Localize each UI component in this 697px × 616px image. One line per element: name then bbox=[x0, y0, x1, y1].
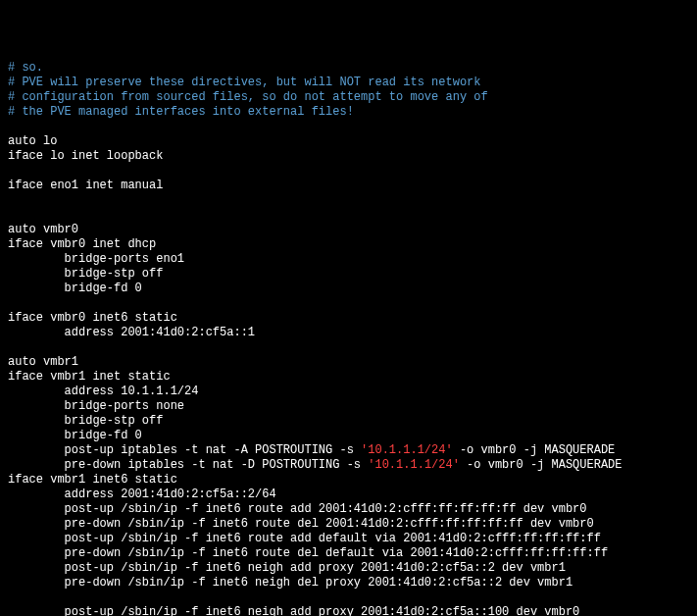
code-text: iface vmbr0 inet dhcp bbox=[8, 237, 156, 251]
editor-line: iface vmbr0 inet6 static bbox=[8, 311, 689, 326]
code-text bbox=[8, 164, 15, 178]
editor-line: iface lo inet loopback bbox=[8, 149, 689, 164]
editor-line bbox=[8, 193, 689, 208]
code-text: address 2001:41d0:2:cf5a::1 bbox=[8, 326, 255, 339]
code-text: address 10.1.1.1/24 bbox=[8, 385, 198, 398]
code-text: iface eno1 inet manual bbox=[8, 179, 163, 192]
editor-line: address 2001:41d0:2:cf5a::2/64 bbox=[8, 488, 689, 502]
code-text: iface vmbr1 inet6 static bbox=[8, 473, 177, 487]
editor-line: auto vmbr0 bbox=[8, 223, 689, 237]
editor-line: pre-down iptables -t nat -D POSTROUTING … bbox=[8, 458, 689, 473]
editor-line bbox=[8, 590, 689, 605]
editor-line: address 2001:41d0:2:cf5a::1 bbox=[8, 326, 689, 340]
code-text: post-up iptables -t nat -A POSTROUTING -… bbox=[8, 443, 361, 457]
code-text: bridge-ports none bbox=[8, 399, 184, 413]
editor-line: # the PVE managed interfaces into extern… bbox=[8, 105, 689, 120]
editor-line: # configuration from sourced files, so d… bbox=[8, 90, 689, 105]
editor-line: bridge-fd 0 bbox=[8, 429, 689, 443]
code-text: -o vmbr0 -j MASQUERADE bbox=[453, 443, 616, 457]
editor-line: bridge-ports none bbox=[8, 399, 689, 414]
editor-line: post-up /sbin/ip -f inet6 route add 2001… bbox=[8, 502, 689, 517]
comment-text: # PVE will preserve these directives, bu… bbox=[8, 76, 480, 89]
editor-line bbox=[8, 296, 689, 311]
code-text bbox=[8, 120, 15, 133]
comment-text: # configuration from sourced files, so d… bbox=[8, 90, 488, 104]
editor-line: iface vmbr1 inet static bbox=[8, 370, 689, 385]
editor-line: post-up /sbin/ip -f inet6 neigh add prox… bbox=[8, 561, 689, 576]
editor-line: post-up iptables -t nat -A POSTROUTING -… bbox=[8, 443, 689, 458]
code-text bbox=[8, 590, 15, 604]
code-text: auto vmbr0 bbox=[8, 223, 78, 236]
code-text: bridge-ports eno1 bbox=[8, 252, 184, 266]
code-text: pre-down /sbin/ip -f inet6 route del def… bbox=[8, 546, 608, 560]
editor-line: post-up /sbin/ip -f inet6 route add defa… bbox=[8, 532, 689, 546]
text-editor-viewport[interactable]: # so.# PVE will preserve these directive… bbox=[0, 59, 697, 616]
code-text: auto vmbr1 bbox=[8, 355, 78, 369]
editor-line: bridge-stp off bbox=[8, 414, 689, 429]
editor-line bbox=[8, 208, 689, 223]
editor-line: iface vmbr0 inet dhcp bbox=[8, 237, 689, 252]
editor-line bbox=[8, 164, 689, 179]
editor-line bbox=[8, 340, 689, 355]
editor-line: bridge-ports eno1 bbox=[8, 252, 689, 267]
comment-text: # so. bbox=[8, 61, 43, 75]
editor-line: iface vmbr1 inet6 static bbox=[8, 473, 689, 488]
code-text bbox=[8, 193, 15, 207]
editor-line: auto lo bbox=[8, 134, 689, 149]
code-text: pre-down iptables -t nat -D POSTROUTING … bbox=[8, 458, 368, 472]
code-text: post-up /sbin/ip -f inet6 route add defa… bbox=[8, 532, 601, 545]
editor-line: address 10.1.1.1/24 bbox=[8, 385, 689, 399]
editor-line: # PVE will preserve these directives, bu… bbox=[8, 76, 689, 90]
code-text: post-up /sbin/ip -f inet6 neigh add prox… bbox=[8, 561, 566, 575]
editor-line: iface eno1 inet manual bbox=[8, 179, 689, 193]
editor-line: bridge-fd 0 bbox=[8, 282, 689, 296]
code-text: post-up /sbin/ip -f inet6 route add 2001… bbox=[8, 502, 587, 516]
code-text: address 2001:41d0:2:cf5a::2/64 bbox=[8, 488, 276, 501]
code-text: iface vmbr1 inet static bbox=[8, 370, 171, 384]
editor-line: pre-down /sbin/ip -f inet6 route del def… bbox=[8, 546, 689, 561]
code-text: iface lo inet loopback bbox=[8, 149, 163, 163]
editor-line: pre-down /sbin/ip -f inet6 neigh del pro… bbox=[8, 576, 689, 590]
code-text: bridge-fd 0 bbox=[8, 429, 142, 442]
string-literal: '10.1.1.1/24' bbox=[368, 458, 460, 472]
editor-line: pre-down /sbin/ip -f inet6 route del 200… bbox=[8, 517, 689, 532]
editor-line: post-up /sbin/ip -f inet6 neigh add prox… bbox=[8, 605, 689, 616]
editor-line: # so. bbox=[8, 61, 689, 76]
editor-line: bridge-stp off bbox=[8, 267, 689, 282]
code-text: bridge-stp off bbox=[8, 414, 163, 428]
editor-line bbox=[8, 120, 689, 134]
code-text: -o vmbr0 -j MASQUERADE bbox=[460, 458, 622, 472]
code-text: bridge-fd 0 bbox=[8, 282, 142, 295]
code-text: pre-down /sbin/ip -f inet6 route del 200… bbox=[8, 517, 594, 531]
code-text bbox=[8, 296, 15, 310]
code-text: pre-down /sbin/ip -f inet6 neigh del pro… bbox=[8, 576, 573, 590]
code-text: iface vmbr0 inet6 static bbox=[8, 311, 177, 325]
code-text: post-up /sbin/ip -f inet6 neigh add prox… bbox=[8, 605, 579, 616]
code-text bbox=[8, 340, 15, 354]
code-text bbox=[8, 208, 15, 222]
string-literal: '10.1.1.1/24' bbox=[361, 443, 453, 457]
code-text: bridge-stp off bbox=[8, 267, 163, 281]
editor-line: auto vmbr1 bbox=[8, 355, 689, 370]
comment-text: # the PVE managed interfaces into extern… bbox=[8, 105, 354, 119]
code-text: auto lo bbox=[8, 134, 57, 148]
